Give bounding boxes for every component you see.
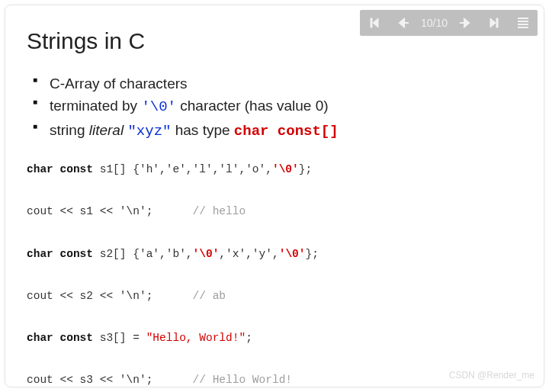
code-comment: // Hello World! (193, 374, 293, 386)
nav-toolbar: 10/10 (360, 10, 538, 36)
bullet-text: terminated by (50, 98, 141, 114)
prev-button[interactable] (389, 10, 418, 36)
code-keyword: char const (27, 332, 93, 344)
bullet-text: character (has value 0) (176, 98, 329, 114)
code-text: cout << s2 << '\n'; (27, 290, 193, 302)
watermark: CSDN @Render_me (449, 370, 535, 381)
bullet-item: terminated by '\0' character (has value … (33, 95, 522, 118)
code-escape: '\0' (272, 163, 299, 175)
code-text: }; (306, 248, 319, 260)
last-button[interactable] (480, 10, 509, 36)
bullet-item: string literal "xyz" has type char const… (33, 119, 522, 143)
code-escape: '\0' (193, 248, 220, 260)
code-text: cout << s1 << '\n'; (27, 205, 193, 217)
code-escape: '\0' (279, 248, 306, 260)
next-button[interactable] (451, 10, 480, 36)
bullet-text: string (50, 122, 89, 138)
code-text: s3[] = (93, 332, 146, 344)
code-text: s2[] {'a','b', (93, 248, 193, 260)
code-text: ; (246, 332, 252, 344)
code-comment: // ab (193, 290, 226, 302)
bullet-text: C-Array of characters (50, 76, 188, 92)
code-text: }; (299, 163, 312, 175)
code-text: s1[] {'h','e','l','l','o', (93, 163, 272, 175)
bullet-text: has type (171, 122, 233, 138)
first-button[interactable] (360, 10, 389, 36)
page-indicator: 10/10 (418, 17, 451, 29)
code-comment: // hello (193, 205, 246, 217)
code-inline: "xyz" (127, 123, 171, 140)
code-text: ,'x','y', (219, 248, 278, 260)
code-string: "Hello, World!" (146, 332, 246, 344)
code-inline: '\0' (141, 98, 176, 115)
code-keyword: char const (27, 163, 93, 175)
code-type: char const[] (234, 123, 339, 140)
bullet-list: C-Array of characters terminated by '\0'… (33, 72, 522, 143)
bullet-text-italic: literal (89, 122, 124, 138)
menu-button[interactable] (509, 10, 538, 36)
bullet-item: C-Array of characters (33, 72, 522, 95)
code-keyword: char const (27, 248, 93, 260)
code-text: cout << s3 << '\n'; (27, 374, 193, 386)
code-block: char const s1[] {'h','e','l','l','o','\0… (27, 159, 522, 387)
slide-frame: 10/10 Strings in C C-Array of characters… (5, 5, 544, 387)
